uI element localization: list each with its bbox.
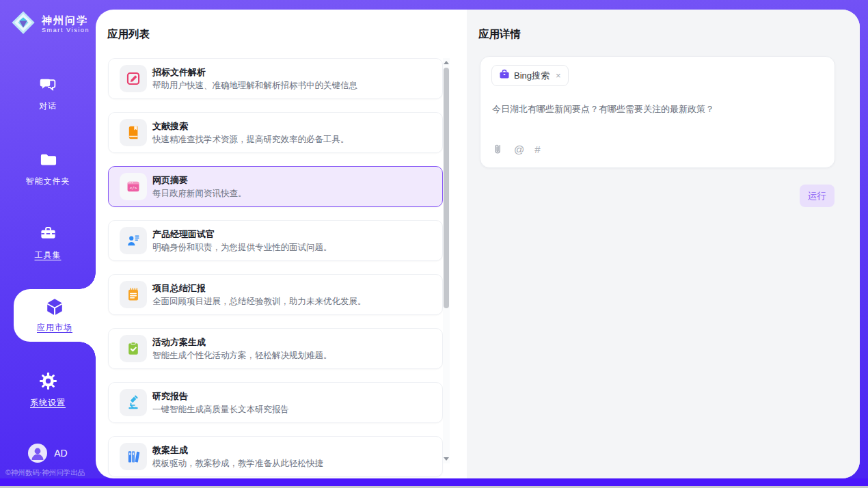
brand-logo: 神州问学 Smart Vision: [10, 10, 90, 38]
browser-code-icon: </>: [120, 173, 147, 200]
app-card-title: 项目总结汇报: [152, 283, 366, 293]
prompt-card: Bing搜索 × 今日湖北有哪些新闻要点？有哪些需要关注的最新政策？ @ #: [480, 56, 835, 168]
hashtag-icon[interactable]: #: [534, 144, 540, 155]
app-card[interactable]: 活动方案生成智能生成个性化活动方案，轻松解决规划难题。: [108, 328, 443, 369]
app-card-desc: 一键智能生成高质量长文本研究报告: [152, 405, 289, 415]
sidebar-item-label: 智能文件夹: [0, 176, 96, 187]
brand-title: 神州问学: [42, 14, 90, 27]
app-card-title: 网页摘要: [152, 175, 247, 185]
mention-icon[interactable]: @: [514, 144, 524, 155]
sidebar-item-app-market[interactable]: 应用市场: [14, 289, 96, 342]
prompt-text[interactable]: 今日湖北有哪些新闻要点？有哪些需要关注的最新政策？: [492, 103, 823, 116]
app-card-desc: 全面回顾项目进展，总结经验教训，助力未来优化发展。: [152, 297, 366, 307]
app-card-title: 招标文件解析: [152, 67, 357, 77]
scroll-down-arrow-icon[interactable]: [444, 457, 449, 461]
scroll-up-arrow-icon[interactable]: [444, 61, 449, 64]
chip-close-icon[interactable]: ×: [556, 70, 561, 81]
microscope-icon: [120, 389, 147, 416]
app-card-title: 产品经理面试官: [152, 229, 332, 239]
bottom-accent-bar: [0, 478, 868, 486]
app-list: 招标文件解析帮助用户快速、准确地理解和解析招标书中的关键信息文献搜索快速精准查找…: [108, 58, 443, 477]
books-icon: [120, 443, 147, 470]
sidebar: 神州问学 Smart Vision 对话智能文件夹工具集应用市场系统设置 AD …: [0, 0, 96, 488]
sidebar-item-toolset[interactable]: 工具集: [0, 224, 96, 261]
briefcase-icon: [499, 69, 510, 83]
run-button[interactable]: 运行: [800, 185, 835, 207]
app-card-title: 研究报告: [152, 391, 289, 401]
sidebar-item-label: 系统设置: [0, 397, 96, 409]
app-card[interactable]: 研究报告一键智能生成高质量长文本研究报告: [108, 382, 443, 423]
person-doc-icon: [120, 227, 147, 254]
toolbox-icon: [39, 224, 57, 243]
app-card-title: 文献搜索: [152, 121, 349, 131]
gear-icon: [39, 372, 57, 391]
cube-icon: [44, 297, 65, 316]
app-card-desc: 模板驱动，教案秒成，教学准备从此轻松快捷: [152, 459, 323, 469]
app-card[interactable]: 教案生成模板驱动，教案秒成，教学准备从此轻松快捷: [108, 436, 443, 477]
sidebar-item-label: 应用市场: [14, 322, 96, 334]
app-card-title: 教案生成: [152, 445, 323, 455]
notepad-icon: [120, 281, 147, 308]
tool-chip-label: Bing搜索: [514, 70, 550, 82]
main-content: 应用列表 招标文件解析帮助用户快速、准确地理解和解析招标书中的关键信息文献搜索快…: [96, 10, 860, 478]
app-card[interactable]: 文献搜索快速精准查找学术资源，提高研究效率的必备工具。: [108, 112, 443, 153]
app-card[interactable]: 招标文件解析帮助用户快速、准确地理解和解析招标书中的关键信息: [108, 58, 443, 99]
sidebar-item-smart-folders[interactable]: 智能文件夹: [0, 150, 96, 187]
app-card-desc: 快速精准查找学术资源，提高研究效率的必备工具。: [152, 135, 349, 145]
folder-icon: [39, 150, 57, 170]
app-card[interactable]: 项目总结汇报全面回顾项目进展，总结经验教训，助力未来优化发展。: [108, 274, 443, 315]
app-card-title: 活动方案生成: [152, 337, 332, 347]
scrollbar[interactable]: [443, 58, 450, 463]
paperclip-icon[interactable]: [491, 143, 504, 155]
book-icon: [120, 119, 147, 146]
sidebar-item-settings[interactable]: 系统设置: [0, 372, 96, 409]
app-card[interactable]: 产品经理面试官明确身份和职责，为您提供专业性的面试问题。: [108, 220, 443, 261]
tool-chip-bing-search[interactable]: Bing搜索 ×: [491, 65, 569, 86]
brand-subtitle: Smart Vision: [42, 27, 90, 33]
app-card-desc: 明确身份和职责，为您提供专业性的面试问题。: [152, 243, 332, 253]
app-detail-title: 应用详情: [478, 27, 521, 42]
app-card-desc: 每日政府新闻资讯快查。: [152, 189, 247, 199]
sidebar-item-chat[interactable]: 对话: [0, 75, 96, 112]
scrollbar-thumb[interactable]: [444, 68, 449, 308]
app-card-desc: 帮助用户快速、准确地理解和解析招标书中的关键信息: [152, 81, 357, 91]
sidebar-item-label: 工具集: [0, 249, 96, 261]
sidebar-item-label: 对话: [0, 100, 96, 112]
user-row[interactable]: AD: [0, 444, 96, 463]
app-card[interactable]: </>网页摘要每日政府新闻资讯快查。: [108, 166, 443, 207]
app-list-title: 应用列表: [107, 27, 150, 42]
copyright-footer: ©神州数码·神州问学出品: [5, 468, 96, 478]
clipboard-check-icon: [120, 335, 147, 362]
brand-diamond-icon: [10, 10, 36, 38]
user-name: AD: [54, 448, 67, 459]
edit-square-icon: [120, 65, 147, 92]
app-detail-panel: 应用详情 Bing搜索 × 今日湖北有哪些新闻要点？有哪些需要关注的最新政策？: [467, 10, 860, 478]
avatar[interactable]: [28, 444, 47, 463]
app-list-panel: 应用列表 招标文件解析帮助用户快速、准确地理解和解析招标书中的关键信息文献搜索快…: [96, 10, 467, 478]
app-card-desc: 智能生成个性化活动方案，轻松解决规划难题。: [152, 351, 332, 361]
chat-icon: [39, 75, 57, 94]
composer-toolbar: @ #: [491, 143, 541, 155]
svg-text:</>: </>: [130, 185, 137, 190]
